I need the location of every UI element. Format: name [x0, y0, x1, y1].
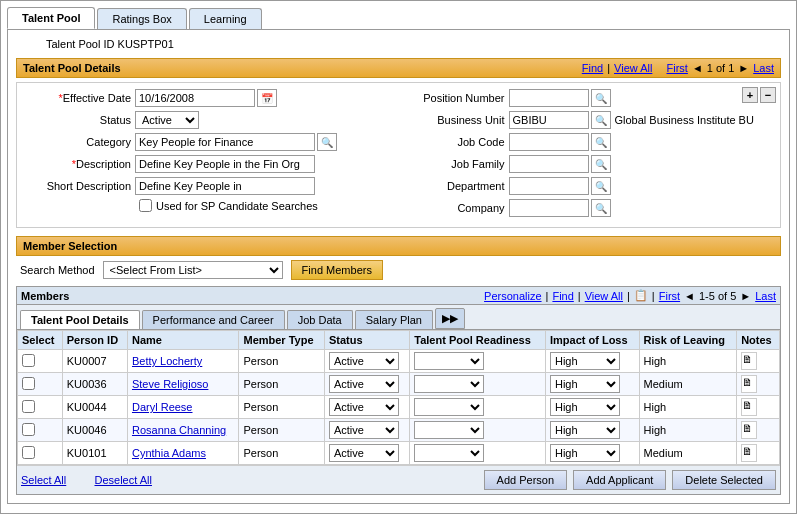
row-checkbox-2[interactable] — [22, 400, 35, 413]
department-input[interactable] — [509, 177, 589, 195]
impact-select-3[interactable]: HighMediumLow — [550, 421, 620, 439]
person-name-2[interactable]: Daryl Reese — [132, 401, 193, 413]
impact-select-1[interactable]: HighMediumLow — [550, 375, 620, 393]
row-checkbox-0[interactable] — [22, 354, 35, 367]
details-viewall-link[interactable]: View All — [614, 62, 652, 74]
readiness-select-4[interactable]: Ready Now1-2 Years3-5 Years — [414, 444, 484, 462]
company-lookup-button[interactable]: 🔍 — [591, 199, 611, 217]
business-unit-lookup-button[interactable]: 🔍 — [591, 111, 611, 129]
job-family-lookup-button[interactable]: 🔍 — [591, 155, 611, 173]
sub-tab-performance[interactable]: Performance and Career — [142, 310, 285, 329]
person-name-1[interactable]: Steve Religioso — [132, 378, 208, 390]
person-id-0: KU0007 — [67, 355, 107, 367]
person-id-1: KU0036 — [67, 378, 107, 390]
sub-tab-job-data[interactable]: Job Data — [287, 310, 353, 329]
job-code-lookup-button[interactable]: 🔍 — [591, 133, 611, 151]
table-row: KU0044Daryl ReesePersonActiveInactiveRea… — [18, 396, 780, 419]
row-checkbox-3[interactable] — [22, 423, 35, 436]
col-member-type: Member Type — [239, 331, 324, 350]
sub-tabs: Talent Pool Details Performance and Care… — [17, 305, 780, 330]
row-checkbox-1[interactable] — [22, 377, 35, 390]
footer-row: Select All Deselect All Add Person Add A… — [17, 465, 780, 494]
details-section-header: Talent Pool Details Find | View All Firs… — [16, 58, 781, 78]
sp-candidate-checkbox[interactable] — [139, 199, 152, 212]
tab-learning[interactable]: Learning — [189, 8, 262, 29]
members-title: Members — [21, 290, 69, 302]
status-select[interactable]: Active Inactive — [135, 111, 199, 129]
search-method-select[interactable]: <Select From List> Direct Reports Job Co… — [103, 261, 283, 279]
status-select-1[interactable]: ActiveInactive — [329, 375, 399, 393]
notes-icon-4[interactable]: 🗎 — [741, 444, 757, 462]
add-applicant-button[interactable]: Add Applicant — [573, 470, 666, 490]
person-name-0[interactable]: Betty Locherty — [132, 355, 202, 367]
remove-row-button[interactable]: − — [760, 87, 776, 103]
readiness-select-0[interactable]: Ready Now1-2 Years3-5 Years — [414, 352, 484, 370]
description-input[interactable] — [135, 155, 315, 173]
select-all-link[interactable]: Select All — [21, 474, 66, 486]
calendar-button[interactable]: 📅 — [257, 89, 277, 107]
add-row-button[interactable]: + — [742, 87, 758, 103]
tab-ratings-box[interactable]: Ratings Box — [97, 8, 186, 29]
risk-value-3: High — [644, 424, 667, 436]
main-content: Talent Pool ID KUSPTP01 Talent Pool Deta… — [7, 29, 790, 504]
col-risk: Risk of Leaving — [639, 331, 737, 350]
category-input[interactable] — [135, 133, 315, 151]
risk-value-0: High — [644, 355, 667, 367]
short-desc-input[interactable] — [135, 177, 315, 195]
details-last-link[interactable]: Last — [753, 62, 774, 74]
notes-icon-0[interactable]: 🗎 — [741, 352, 757, 370]
row-checkbox-4[interactable] — [22, 446, 35, 459]
sub-tab-talent-pool-details[interactable]: Talent Pool Details — [20, 310, 140, 329]
notes-icon-3[interactable]: 🗎 — [741, 421, 757, 439]
details-find-link[interactable]: Find — [582, 62, 603, 74]
readiness-select-2[interactable]: Ready Now1-2 Years3-5 Years — [414, 398, 484, 416]
members-first-link[interactable]: First — [659, 290, 680, 302]
business-unit-input[interactable] — [509, 111, 589, 129]
readiness-select-1[interactable]: Ready Now1-2 Years3-5 Years — [414, 375, 484, 393]
status-select-2[interactable]: ActiveInactive — [329, 398, 399, 416]
job-family-input[interactable] — [509, 155, 589, 173]
member-type-4: Person — [243, 447, 278, 459]
members-personalize-link[interactable]: Personalize — [484, 290, 541, 302]
impact-select-4[interactable]: HighMediumLow — [550, 444, 620, 462]
category-lookup-button[interactable]: 🔍 — [317, 133, 337, 151]
talent-pool-id-value: KUSPTP01 — [118, 38, 174, 50]
sub-tab-salary-plan[interactable]: Salary Plan — [355, 310, 433, 329]
category-label: Category — [25, 136, 135, 148]
details-first-link[interactable]: First — [667, 62, 688, 74]
sub-tab-more[interactable]: ▶▶ — [435, 308, 465, 329]
position-number-input[interactable] — [509, 89, 589, 107]
status-select-3[interactable]: ActiveInactive — [329, 421, 399, 439]
add-person-button[interactable]: Add Person — [484, 470, 567, 490]
department-lookup-button[interactable]: 🔍 — [591, 177, 611, 195]
notes-icon-2[interactable]: 🗎 — [741, 398, 757, 416]
person-name-3[interactable]: Rosanna Channing — [132, 424, 226, 436]
member-type-2: Person — [243, 401, 278, 413]
members-last-link[interactable]: Last — [755, 290, 776, 302]
impact-select-2[interactable]: HighMediumLow — [550, 398, 620, 416]
business-unit-desc: Global Business Institute BU — [615, 114, 754, 126]
members-find-link[interactable]: Find — [552, 290, 573, 302]
delete-selected-button[interactable]: Delete Selected — [672, 470, 776, 490]
notes-icon-1[interactable]: 🗎 — [741, 375, 757, 393]
deselect-all-link[interactable]: Deselect All — [94, 474, 151, 486]
members-viewall-link[interactable]: View All — [585, 290, 623, 302]
company-input[interactable] — [509, 199, 589, 217]
person-name-4[interactable]: Cynthia Adams — [132, 447, 206, 459]
status-select-4[interactable]: ActiveInactive — [329, 444, 399, 462]
sp-candidate-row: Used for SP Candidate Searches — [139, 199, 389, 212]
status-select-0[interactable]: ActiveInactive — [329, 352, 399, 370]
position-number-row: Position Number 🔍 — [409, 89, 773, 107]
footer-left: Select All Deselect All — [21, 474, 152, 486]
find-members-button[interactable]: Find Members — [291, 260, 383, 280]
position-lookup-button[interactable]: 🔍 — [591, 89, 611, 107]
members-table: Select Person ID Name Member Type Status… — [17, 330, 780, 465]
table-row: KU0046Rosanna ChanningPersonActiveInacti… — [18, 419, 780, 442]
job-code-input[interactable] — [509, 133, 589, 151]
tab-talent-pool[interactable]: Talent Pool — [7, 7, 95, 29]
form-left: *Effective Date 📅 Status Active Inactive… — [25, 89, 389, 221]
member-type-1: Person — [243, 378, 278, 390]
readiness-select-3[interactable]: Ready Now1-2 Years3-5 Years — [414, 421, 484, 439]
impact-select-0[interactable]: HighMediumLow — [550, 352, 620, 370]
effective-date-input[interactable] — [135, 89, 255, 107]
